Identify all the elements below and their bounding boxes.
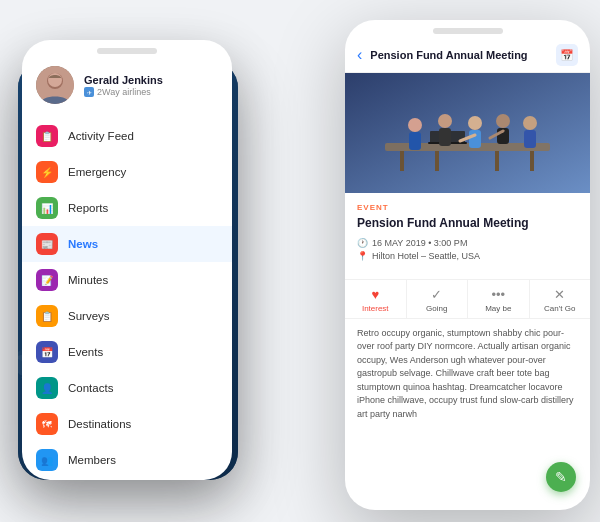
cantgo-icon: ✕ [554, 287, 565, 302]
fab-button[interactable]: ✎ [546, 462, 576, 492]
nav-icon-minutes: 📝 [36, 269, 58, 291]
back-button[interactable]: ‹ [357, 46, 362, 64]
detail-header: ‹ Pension Fund Annual Meeting 📅 [345, 38, 590, 73]
location-icon: 📍 [357, 251, 367, 261]
svg-point-12 [408, 118, 422, 132]
event-body: EVENT Pension Fund Annual Meeting 🕐 16 M… [345, 193, 590, 279]
action-cantgo[interactable]: ✕ Can't Go [530, 280, 591, 318]
clock-icon: 🕐 [357, 238, 367, 248]
sidebar-item-destinations[interactable]: 🗺 Destinations [22, 406, 232, 442]
nav-label-minutes: Minutes [68, 274, 108, 286]
user-company: ✈ 2Way airlines [84, 87, 218, 97]
cantgo-label: Can't Go [544, 304, 575, 313]
nav-icon-news: 📰 [36, 233, 58, 255]
nav-icon-events: 📅 [36, 341, 58, 363]
company-icon: ✈ [84, 87, 94, 97]
interest-icon: ♥ [371, 287, 379, 302]
svg-point-16 [468, 116, 482, 130]
nav-label-members: Members [68, 454, 116, 466]
event-location-row: 📍 Hilton Hotel – Seattle, USA [357, 251, 578, 261]
action-interest[interactable]: ♥ Interest [345, 280, 407, 318]
sidebar-item-contacts[interactable]: 👤 Contacts [22, 370, 232, 406]
sidebar-item-reports[interactable]: 📊 Reports [22, 190, 232, 226]
event-description: Retro occupy organic, stumptown shabby c… [345, 327, 590, 422]
sidebar-item-members[interactable]: 👥 Members [22, 442, 232, 478]
sidebar-item-activity-feed[interactable]: 📋 Activity Feed [22, 118, 232, 154]
svg-rect-21 [524, 130, 536, 148]
nav-label-destinations: Destinations [68, 418, 131, 430]
nav-list: 📋 Activity Feed ⚡ Emergency 📊 Reports 📰 … [22, 114, 232, 480]
interest-label: Interest [362, 304, 389, 313]
nav-icon-emergency: ⚡ [36, 161, 58, 183]
svg-rect-6 [400, 151, 404, 171]
sidebar-phone: Gerald Jenkins ✈ 2Way airlines 📋 Activit… [22, 40, 232, 480]
detail-title: Pension Fund Annual Meeting [370, 49, 556, 61]
user-info: Gerald Jenkins ✈ 2Way airlines [84, 73, 218, 97]
phone-notch [97, 48, 157, 54]
event-date-row: 🕐 16 MAY 2019 • 3:00 PM [357, 238, 578, 248]
detail-phone: ‹ Pension Fund Annual Meeting 📅 [345, 20, 590, 510]
nav-icon-members: 👥 [36, 449, 58, 471]
event-meta: 🕐 16 MAY 2019 • 3:00 PM 📍 Hilton Hotel –… [357, 238, 578, 261]
svg-point-20 [523, 116, 537, 130]
nav-label-surveys: Surveys [68, 310, 110, 322]
nav-label-activity-feed: Activity Feed [68, 130, 134, 142]
nav-label-events: Events [68, 346, 103, 358]
avatar [36, 66, 74, 104]
sidebar-item-emergency[interactable]: ⚡ Emergency [22, 154, 232, 190]
nav-label-news: News [68, 238, 98, 250]
calendar-button[interactable]: 📅 [556, 44, 578, 66]
user-name: Gerald Jenkins [84, 73, 218, 87]
detail-notch [433, 28, 503, 34]
user-header: Gerald Jenkins ✈ 2Way airlines [22, 58, 232, 114]
svg-point-14 [438, 114, 452, 128]
sidebar-item-minutes[interactable]: 📝 Minutes [22, 262, 232, 298]
nav-label-emergency: Emergency [68, 166, 126, 178]
nav-icon-surveys: 📋 [36, 305, 58, 327]
sidebar-item-surveys[interactable]: 📋 Surveys [22, 298, 232, 334]
svg-rect-4 [345, 73, 590, 193]
action-going[interactable]: ✓ Going [407, 280, 469, 318]
sidebar-item-news[interactable]: 📰 News [22, 226, 232, 262]
action-bar: ♥ Interest ✓ Going ••• May be ✕ Can't Go [345, 279, 590, 319]
event-date: 16 MAY 2019 • 3:00 PM [372, 238, 467, 248]
going-icon: ✓ [431, 287, 442, 302]
svg-point-18 [496, 114, 510, 128]
sidebar-item-events[interactable]: 📅 Events [22, 334, 232, 370]
svg-rect-13 [409, 132, 421, 150]
nav-icon-destinations: 🗺 [36, 413, 58, 435]
nav-icon-activity-feed: 📋 [36, 125, 58, 147]
action-maybe[interactable]: ••• May be [468, 280, 530, 318]
edit-icon: ✎ [555, 469, 567, 485]
nav-label-contacts: Contacts [68, 382, 113, 394]
svg-rect-7 [435, 151, 439, 171]
svg-rect-15 [439, 128, 451, 146]
event-location: Hilton Hotel – Seattle, USA [372, 251, 480, 261]
event-image [345, 73, 590, 193]
nav-icon-reports: 📊 [36, 197, 58, 219]
nav-icon-contacts: 👤 [36, 377, 58, 399]
svg-rect-8 [495, 151, 499, 171]
event-name: Pension Fund Annual Meeting [357, 216, 578, 232]
calendar-icon: 📅 [560, 49, 574, 62]
nav-label-reports: Reports [68, 202, 108, 214]
event-tag: EVENT [357, 203, 578, 212]
maybe-icon: ••• [491, 287, 505, 302]
going-label: Going [426, 304, 447, 313]
maybe-label: May be [485, 304, 511, 313]
svg-rect-17 [469, 130, 481, 148]
svg-rect-9 [530, 151, 534, 171]
